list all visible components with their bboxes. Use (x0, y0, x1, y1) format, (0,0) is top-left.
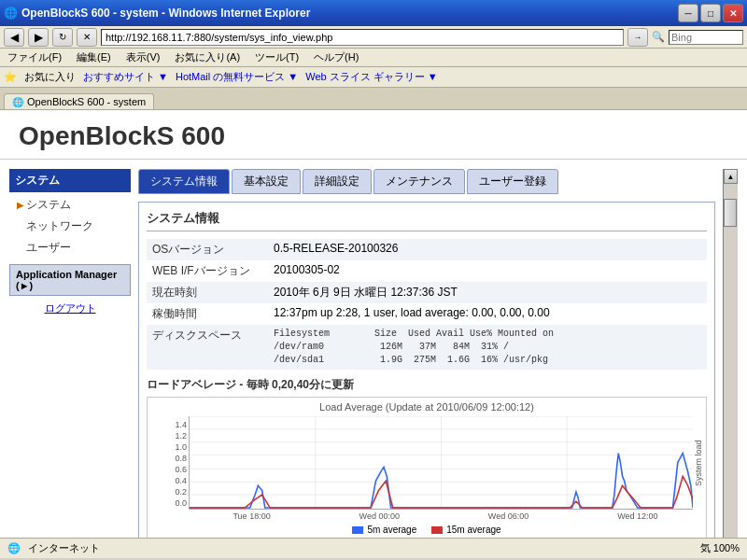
close-button[interactable]: ✕ (723, 4, 743, 22)
sidebar-item-user[interactable]: ユーザー (9, 237, 131, 259)
tab-detail[interactable]: 詳細設定 (303, 169, 372, 194)
main-layout: システム ▶ システム ネットワーク ユーザー Application Mana… (0, 160, 747, 538)
site-header: OpenBlockS 600 (0, 110, 747, 160)
y-axis-label: System load (694, 440, 703, 486)
page-content: OpenBlockS 600 システム ▶ システム ネットワーク ユーザー (0, 110, 747, 538)
tab-maintenance[interactable]: メンテナンス (374, 169, 465, 194)
label-os: OSバージョン (147, 239, 268, 260)
address-bar[interactable] (101, 29, 624, 46)
favorites-label[interactable]: お気に入り (24, 70, 76, 84)
tab-basic[interactable]: 基本設定 (232, 169, 301, 194)
forward-button[interactable]: ▶ (28, 28, 49, 47)
y-label: 1.0 (175, 442, 187, 452)
table-row: OSバージョン 0.5-RELEASE-20100326 (147, 239, 707, 260)
scroll-up-button[interactable]: ▲ (724, 169, 738, 184)
value-time: 2010年 6月 9日 水曜日 12:37:36 JST (268, 282, 707, 303)
menu-tools[interactable]: ツール(T) (255, 50, 299, 64)
label-time: 現在時刻 (147, 282, 268, 303)
fav-hotmail[interactable]: HotMail の無料サービス ▼ (176, 70, 298, 84)
y-label: 1.2 (175, 431, 187, 441)
tab-userreg[interactable]: ユーザー登録 (467, 169, 558, 194)
app-manager-box[interactable]: Application Manager (►) (9, 264, 131, 296)
content-title: システム情報 (147, 210, 707, 231)
tab-sysinfo[interactable]: システム情報 (138, 169, 230, 194)
x-label: Tue 18:00 (233, 511, 270, 521)
scroll-thumb[interactable] (724, 199, 737, 227)
load-chart-container: Load Average (Update at 2010/06/09 12:00… (147, 397, 707, 538)
arrow-icon: ▶ (17, 200, 24, 210)
back-button[interactable]: ◀ (4, 28, 24, 47)
sidebar-user-label: ユーザー (26, 241, 71, 254)
search-input[interactable] (669, 30, 743, 45)
chart-title: Load Average (Update at 2010/06/09 12:00… (151, 401, 702, 413)
tab-label: OpenBlockS 600 - system (27, 96, 146, 107)
menu-help[interactable]: ヘルプ(H) (314, 50, 359, 64)
menu-edit[interactable]: 編集(E) (77, 50, 111, 64)
window-icon: 🌐 (4, 7, 18, 20)
chart-area: 1.4 1.2 1.0 0.8 0.6 0.4 0.2 0.0 (151, 416, 702, 510)
info-table: OSバージョン 0.5-RELEASE-20100326 WEB I/Fバージョ… (147, 239, 707, 370)
y-label: 1.4 (175, 420, 187, 429)
status-right: 気 100% (700, 541, 740, 555)
x-label: Wed 06:00 (488, 511, 529, 521)
value-web: 20100305-02 (268, 260, 707, 282)
refresh-button[interactable]: ↻ (52, 28, 73, 47)
scroll-bar-vertical[interactable]: ▲ ▼ (723, 169, 738, 538)
browser-content: OpenBlockS 600 システム ▶ システム ネットワーク ユーザー (0, 110, 747, 538)
y-label: 0.6 (175, 465, 187, 474)
content-box: システム情報 OSバージョン 0.5-RELEASE-20100326 WEB … (138, 202, 715, 538)
sidebar-nav-header: システム (9, 169, 131, 192)
y-label: 0.0 (175, 498, 187, 508)
fav-webslice[interactable]: Web スライス ギャラリー ▼ (305, 70, 437, 84)
legend-15m: 15m average (431, 525, 500, 535)
value-disk: Filesystem Size Used Avail Use% Mounted … (268, 325, 707, 370)
label-disk: ディスクスペース (147, 325, 268, 370)
chart-graph (189, 416, 693, 510)
sidebar-item-system[interactable]: ▶ システム (9, 194, 131, 216)
x-labels: Tue 18:00 Wed 00:00 Wed 06:00 Wed 12:00 (189, 511, 702, 521)
stop-button[interactable]: ✕ (77, 28, 97, 47)
left-sidebar: システム ▶ システム ネットワーク ユーザー Application Mana… (9, 169, 131, 538)
table-row: 現在時刻 2010年 6月 9日 水曜日 12:37:36 JST (147, 282, 707, 303)
legend-color-15m (431, 526, 443, 534)
value-uptime: 12:37pm up 2:28, 1 user, load average: 0… (268, 303, 707, 325)
table-row: WEB I/Fバージョン 20100305-02 (147, 260, 707, 282)
chart-legend: 5m average 15m average (151, 525, 702, 535)
legend-5m: 5m average (352, 525, 416, 535)
table-row: 稼働時間 12:37pm up 2:28, 1 user, load avera… (147, 303, 707, 325)
site-title: OpenBlockS 600 (19, 121, 728, 151)
logout-link[interactable]: ログアウト (9, 301, 131, 315)
load-section-header: ロードアベレージ - 毎時 0,20,40分に更新 (147, 377, 707, 393)
label-uptime: 稼働時間 (147, 303, 268, 325)
ie-toolbar: ◀ ▶ ↻ ✕ → 🔍 (0, 26, 747, 49)
maximize-button[interactable]: □ (700, 4, 721, 22)
favorites-bar: ⭐ お気に入り おすすめサイト ▼ HotMail の無料サービス ▼ Web … (0, 67, 747, 88)
legend-label-15m: 15m average (446, 525, 500, 535)
menu-file[interactable]: ファイル(F) (7, 50, 62, 64)
legend-color-5m (352, 526, 363, 534)
status-icon: 🌐 (7, 542, 21, 554)
label-web: WEB I/Fバージョン (147, 260, 268, 282)
menu-favorites[interactable]: お気に入り(A) (175, 50, 240, 64)
browser-tab-bar: 🌐 OpenBlockS 600 - system (0, 88, 747, 110)
y-label: 0.2 (175, 487, 187, 497)
menu-view[interactable]: 表示(V) (126, 50, 161, 64)
title-bar: 🌐 OpenBlockS 600 - system - Windows Inte… (0, 0, 747, 26)
chart-svg (189, 416, 693, 510)
go-button[interactable]: → (627, 28, 648, 47)
status-zone: インターネット (28, 541, 100, 555)
y-label: 0.8 (175, 454, 187, 463)
nav-tabs: システム情報 基本設定 詳細設定 メンテナンス ユーザー登録 (138, 169, 715, 194)
app-manager-title: Application Manager (►) (16, 269, 124, 291)
status-bar: 🌐 インターネット 気 100% (0, 538, 747, 558)
window-title: OpenBlockS 600 - system - Windows Intern… (21, 7, 678, 20)
minimize-button[interactable]: ─ (678, 4, 698, 22)
browser-tab-main[interactable]: 🌐 OpenBlockS 600 - system (4, 93, 154, 109)
sidebar-system-label: システム (26, 197, 71, 213)
favorites-star: ⭐ (4, 71, 17, 83)
tab-icon: 🌐 (12, 97, 23, 107)
fav-recommended[interactable]: おすすめサイト ▼ (83, 70, 168, 84)
table-row-disk: ディスクスペース Filesystem Size Used Avail Use%… (147, 325, 707, 370)
sidebar-item-network[interactable]: ネットワーク (9, 216, 131, 237)
x-label: Wed 12:00 (617, 511, 657, 521)
